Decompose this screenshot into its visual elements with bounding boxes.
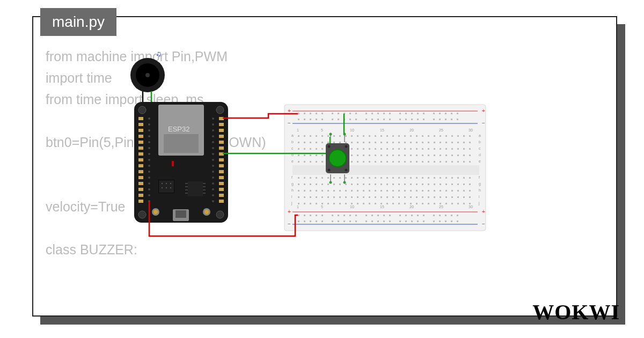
buzzer-component[interactable]	[130, 58, 165, 92]
svg-point-56	[212, 129, 214, 131]
svg-rect-367	[392, 135, 394, 137]
svg-rect-402	[410, 177, 412, 179]
svg-rect-379	[398, 148, 400, 150]
svg-point-55	[212, 123, 214, 126]
svg-rect-112	[332, 113, 333, 114]
svg-point-43	[148, 141, 150, 143]
svg-rect-326	[363, 203, 364, 204]
svg-rect-268	[333, 142, 335, 143]
svg-rect-172	[399, 215, 401, 216]
svg-rect-385	[398, 196, 400, 198]
svg-rect-373	[392, 183, 394, 185]
svg-rect-356	[380, 203, 382, 204]
svg-point-93	[204, 210, 209, 214]
svg-rect-432	[428, 177, 429, 179]
svg-point-40	[148, 123, 150, 126]
breadboard[interactable]: ++ −− ++ −−	[284, 105, 486, 231]
svg-rect-340	[375, 155, 376, 156]
svg-rect-205	[451, 221, 452, 222]
svg-rect-295	[345, 196, 347, 198]
svg-rect-208	[298, 142, 299, 143]
svg-rect-221	[304, 161, 305, 163]
svg-rect-169	[377, 215, 379, 216]
svg-point-75	[170, 183, 171, 184]
svg-rect-427	[428, 135, 429, 137]
svg-rect-492	[463, 177, 465, 179]
svg-rect-202	[433, 221, 435, 222]
svg-rect-182	[298, 221, 299, 222]
svg-rect-207	[298, 135, 299, 137]
svg-point-76	[162, 187, 163, 188]
bb-row: f	[291, 175, 292, 179]
svg-point-512	[330, 133, 332, 136]
svg-rect-27	[219, 135, 224, 138]
svg-rect-176	[423, 215, 425, 216]
svg-point-46	[148, 159, 150, 161]
svg-point-514	[330, 181, 332, 184]
svg-rect-434	[428, 190, 429, 192]
svg-point-45	[148, 153, 150, 155]
svg-rect-218	[304, 142, 305, 143]
svg-rect-458	[445, 142, 447, 143]
svg-rect-475	[451, 196, 453, 198]
bb-row: d	[479, 153, 481, 157]
svg-rect-137	[332, 119, 333, 120]
svg-rect-371	[392, 161, 394, 163]
svg-rect-158	[304, 215, 305, 216]
svg-rect-435	[428, 196, 429, 198]
svg-rect-164	[343, 215, 345, 216]
bb-row: a	[291, 134, 294, 137]
svg-rect-132	[298, 119, 299, 120]
svg-rect-257	[327, 135, 329, 137]
svg-rect-474	[451, 190, 453, 192]
esp32-board[interactable]: ESP32	[134, 102, 228, 223]
svg-rect-272	[333, 177, 335, 179]
svg-rect-332	[369, 177, 370, 179]
svg-rect-147	[399, 119, 401, 120]
svg-rect-436	[428, 203, 429, 204]
svg-rect-338	[375, 142, 376, 143]
svg-rect-251	[321, 161, 323, 163]
svg-rect-246	[316, 203, 317, 204]
svg-rect-194	[377, 221, 379, 222]
svg-rect-486	[457, 203, 459, 204]
svg-rect-189	[343, 221, 345, 222]
svg-rect-163	[338, 215, 339, 216]
svg-rect-406	[410, 203, 412, 204]
svg-rect-352	[380, 177, 382, 179]
svg-rect-482	[457, 177, 459, 179]
svg-point-42	[148, 135, 150, 137]
svg-point-74	[166, 183, 167, 184]
svg-point-51	[148, 188, 150, 190]
svg-rect-184	[310, 221, 311, 222]
svg-rect-223	[304, 183, 305, 185]
svg-rect-445	[434, 196, 435, 198]
simulator-canvas[interactable]: ♫ ESP32	[113, 48, 499, 263]
svg-rect-238	[316, 142, 317, 143]
svg-rect-420	[422, 155, 423, 156]
svg-rect-387	[404, 135, 406, 137]
svg-rect-227	[310, 135, 311, 137]
svg-rect-16	[138, 158, 143, 161]
svg-rect-354	[380, 190, 382, 192]
svg-rect-360	[386, 155, 388, 156]
svg-rect-315	[357, 196, 358, 198]
svg-rect-174	[411, 215, 413, 216]
bb-row: g	[291, 182, 294, 186]
svg-rect-378	[398, 142, 400, 143]
svg-rect-393	[404, 183, 406, 185]
svg-rect-433	[428, 183, 429, 185]
svg-rect-419	[422, 148, 423, 150]
svg-rect-426	[422, 203, 423, 204]
svg-rect-324	[363, 190, 364, 192]
svg-rect-294	[345, 190, 347, 192]
svg-rect-129	[445, 113, 447, 114]
svg-rect-17	[138, 164, 143, 167]
svg-rect-322	[363, 177, 364, 179]
svg-text:−: −	[288, 120, 291, 126]
svg-rect-307	[357, 135, 358, 137]
svg-point-66	[212, 188, 214, 190]
svg-rect-485	[457, 196, 459, 198]
bb-col-num: 25	[439, 128, 443, 132]
svg-point-63	[212, 171, 214, 173]
